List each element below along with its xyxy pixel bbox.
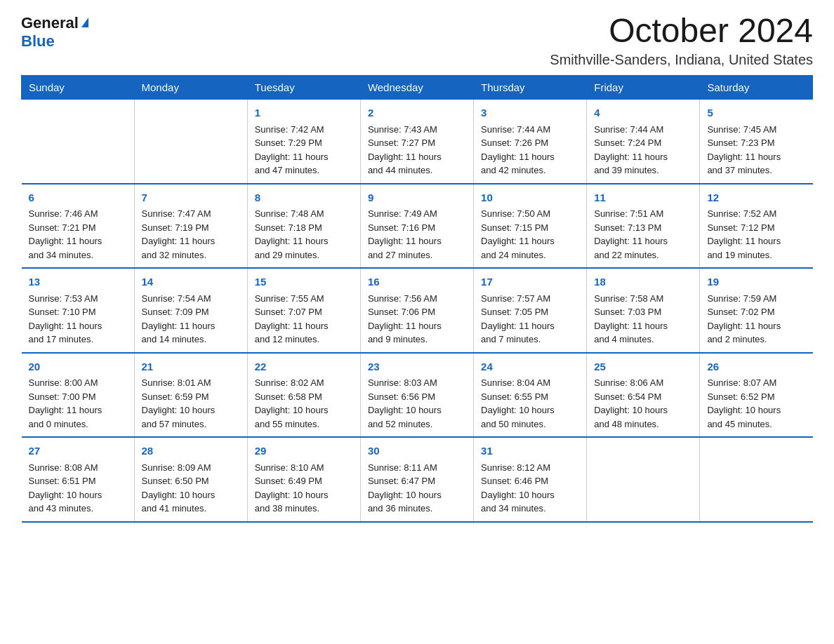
logo-general-text: General bbox=[21, 14, 88, 32]
day-number: 28 bbox=[142, 443, 240, 459]
day-info: Sunrise: 7:49 AM Sunset: 7:16 PM Dayligh… bbox=[368, 207, 466, 262]
day-number: 13 bbox=[29, 274, 127, 290]
day-number: 15 bbox=[255, 274, 353, 290]
day-number: 3 bbox=[481, 105, 579, 121]
calendar-week-5: 27Sunrise: 8:08 AM Sunset: 6:51 PM Dayli… bbox=[22, 437, 813, 522]
calendar-week-1: 1Sunrise: 7:42 AM Sunset: 7:29 PM Daylig… bbox=[22, 100, 813, 184]
day-number: 6 bbox=[29, 190, 127, 206]
day-info: Sunrise: 8:02 AM Sunset: 6:58 PM Dayligh… bbox=[255, 376, 353, 431]
location-text: Smithville-Sanders, Indiana, United Stat… bbox=[550, 52, 813, 68]
calendar-week-4: 20Sunrise: 8:00 AM Sunset: 7:00 PM Dayli… bbox=[22, 353, 813, 438]
day-info: Sunrise: 7:45 AM Sunset: 7:23 PM Dayligh… bbox=[707, 123, 805, 177]
day-number: 30 bbox=[368, 443, 466, 459]
logo: General Blue bbox=[21, 14, 88, 51]
calendar-cell: 28Sunrise: 8:09 AM Sunset: 6:50 PM Dayli… bbox=[134, 437, 247, 522]
day-info: Sunrise: 7:54 AM Sunset: 7:09 PM Dayligh… bbox=[142, 292, 240, 347]
calendar-cell: 7Sunrise: 7:47 AM Sunset: 7:19 PM Daylig… bbox=[134, 184, 247, 269]
day-info: Sunrise: 7:53 AM Sunset: 7:10 PM Dayligh… bbox=[29, 292, 127, 347]
day-info: Sunrise: 7:57 AM Sunset: 7:05 PM Dayligh… bbox=[481, 292, 579, 347]
page-header: General Blue October 2024 Smithville-San… bbox=[21, 14, 813, 68]
calendar-cell: 25Sunrise: 8:06 AM Sunset: 6:54 PM Dayli… bbox=[587, 353, 700, 438]
calendar-cell bbox=[587, 437, 700, 522]
day-info: Sunrise: 7:44 AM Sunset: 7:24 PM Dayligh… bbox=[594, 123, 692, 177]
calendar-cell: 8Sunrise: 7:48 AM Sunset: 7:18 PM Daylig… bbox=[247, 184, 360, 269]
logo-blue-text: Blue bbox=[21, 32, 55, 51]
calendar-cell: 20Sunrise: 8:00 AM Sunset: 7:00 PM Dayli… bbox=[22, 353, 135, 438]
day-number: 21 bbox=[142, 359, 240, 375]
calendar-cell: 16Sunrise: 7:56 AM Sunset: 7:06 PM Dayli… bbox=[360, 268, 473, 353]
day-info: Sunrise: 8:11 AM Sunset: 6:47 PM Dayligh… bbox=[368, 461, 466, 516]
title-area: October 2024 Smithville-Sanders, Indiana… bbox=[550, 14, 813, 68]
calendar-cell bbox=[700, 437, 813, 522]
calendar-cell: 14Sunrise: 7:54 AM Sunset: 7:09 PM Dayli… bbox=[134, 268, 247, 353]
day-info: Sunrise: 8:03 AM Sunset: 6:56 PM Dayligh… bbox=[368, 376, 466, 431]
calendar-cell: 11Sunrise: 7:51 AM Sunset: 7:13 PM Dayli… bbox=[587, 184, 700, 269]
day-number: 29 bbox=[255, 443, 353, 459]
day-number: 12 bbox=[707, 190, 805, 206]
day-number: 11 bbox=[594, 190, 692, 206]
day-number: 22 bbox=[255, 359, 353, 375]
calendar-body: 1Sunrise: 7:42 AM Sunset: 7:29 PM Daylig… bbox=[22, 100, 813, 522]
day-info: Sunrise: 7:43 AM Sunset: 7:27 PM Dayligh… bbox=[368, 123, 466, 177]
day-info: Sunrise: 7:55 AM Sunset: 7:07 PM Dayligh… bbox=[255, 292, 353, 347]
header-cell-thursday: Thursday bbox=[474, 76, 587, 100]
calendar-cell: 21Sunrise: 8:01 AM Sunset: 6:59 PM Dayli… bbox=[134, 353, 247, 438]
day-info: Sunrise: 8:04 AM Sunset: 6:55 PM Dayligh… bbox=[481, 376, 579, 431]
calendar-cell: 19Sunrise: 7:59 AM Sunset: 7:02 PM Dayli… bbox=[700, 268, 813, 353]
day-info: Sunrise: 7:58 AM Sunset: 7:03 PM Dayligh… bbox=[594, 292, 692, 347]
day-info: Sunrise: 7:51 AM Sunset: 7:13 PM Dayligh… bbox=[594, 207, 692, 262]
day-info: Sunrise: 8:00 AM Sunset: 7:00 PM Dayligh… bbox=[29, 376, 127, 431]
day-number: 16 bbox=[368, 274, 466, 290]
header-row: SundayMondayTuesdayWednesdayThursdayFrid… bbox=[22, 76, 813, 100]
day-info: Sunrise: 7:59 AM Sunset: 7:02 PM Dayligh… bbox=[707, 292, 805, 347]
day-number: 14 bbox=[142, 274, 240, 290]
calendar-cell: 10Sunrise: 7:50 AM Sunset: 7:15 PM Dayli… bbox=[474, 184, 587, 269]
day-info: Sunrise: 7:42 AM Sunset: 7:29 PM Dayligh… bbox=[255, 123, 353, 177]
calendar-week-2: 6Sunrise: 7:46 AM Sunset: 7:21 PM Daylig… bbox=[22, 184, 813, 269]
day-info: Sunrise: 7:44 AM Sunset: 7:26 PM Dayligh… bbox=[481, 123, 579, 177]
calendar-cell: 3Sunrise: 7:44 AM Sunset: 7:26 PM Daylig… bbox=[474, 100, 587, 184]
calendar-table: SundayMondayTuesdayWednesdayThursdayFrid… bbox=[21, 75, 813, 523]
calendar-cell: 23Sunrise: 8:03 AM Sunset: 6:56 PM Dayli… bbox=[360, 353, 473, 438]
header-cell-saturday: Saturday bbox=[700, 76, 813, 100]
calendar-cell: 13Sunrise: 7:53 AM Sunset: 7:10 PM Dayli… bbox=[22, 268, 135, 353]
calendar-cell: 30Sunrise: 8:11 AM Sunset: 6:47 PM Dayli… bbox=[360, 437, 473, 522]
day-info: Sunrise: 8:09 AM Sunset: 6:50 PM Dayligh… bbox=[142, 461, 240, 516]
calendar-cell: 1Sunrise: 7:42 AM Sunset: 7:29 PM Daylig… bbox=[247, 100, 360, 184]
day-number: 2 bbox=[368, 105, 466, 121]
day-number: 5 bbox=[707, 105, 805, 121]
logo-triangle-icon bbox=[81, 18, 88, 27]
day-info: Sunrise: 7:48 AM Sunset: 7:18 PM Dayligh… bbox=[255, 207, 353, 262]
calendar-cell: 17Sunrise: 7:57 AM Sunset: 7:05 PM Dayli… bbox=[474, 268, 587, 353]
calendar-cell: 6Sunrise: 7:46 AM Sunset: 7:21 PM Daylig… bbox=[22, 184, 135, 269]
day-info: Sunrise: 8:10 AM Sunset: 6:49 PM Dayligh… bbox=[255, 461, 353, 516]
calendar-cell: 15Sunrise: 7:55 AM Sunset: 7:07 PM Dayli… bbox=[247, 268, 360, 353]
calendar-cell bbox=[22, 100, 135, 184]
day-number: 27 bbox=[29, 443, 127, 459]
day-info: Sunrise: 7:50 AM Sunset: 7:15 PM Dayligh… bbox=[481, 207, 579, 262]
calendar-cell: 29Sunrise: 8:10 AM Sunset: 6:49 PM Dayli… bbox=[247, 437, 360, 522]
day-info: Sunrise: 7:46 AM Sunset: 7:21 PM Dayligh… bbox=[29, 207, 127, 262]
day-number: 31 bbox=[481, 443, 579, 459]
day-number: 19 bbox=[707, 274, 805, 290]
header-cell-sunday: Sunday bbox=[22, 76, 135, 100]
calendar-cell: 18Sunrise: 7:58 AM Sunset: 7:03 PM Dayli… bbox=[587, 268, 700, 353]
header-cell-monday: Monday bbox=[134, 76, 247, 100]
day-number: 20 bbox=[29, 359, 127, 375]
day-number: 18 bbox=[594, 274, 692, 290]
header-cell-friday: Friday bbox=[587, 76, 700, 100]
day-info: Sunrise: 8:01 AM Sunset: 6:59 PM Dayligh… bbox=[142, 376, 240, 431]
day-info: Sunrise: 8:06 AM Sunset: 6:54 PM Dayligh… bbox=[594, 376, 692, 431]
calendar-cell bbox=[134, 100, 247, 184]
calendar-cell: 22Sunrise: 8:02 AM Sunset: 6:58 PM Dayli… bbox=[247, 353, 360, 438]
calendar-cell: 27Sunrise: 8:08 AM Sunset: 6:51 PM Dayli… bbox=[22, 437, 135, 522]
day-number: 1 bbox=[255, 105, 353, 121]
day-number: 24 bbox=[481, 359, 579, 375]
calendar-cell: 5Sunrise: 7:45 AM Sunset: 7:23 PM Daylig… bbox=[700, 100, 813, 184]
day-number: 8 bbox=[255, 190, 353, 206]
calendar-cell: 2Sunrise: 7:43 AM Sunset: 7:27 PM Daylig… bbox=[360, 100, 473, 184]
calendar-week-3: 13Sunrise: 7:53 AM Sunset: 7:10 PM Dayli… bbox=[22, 268, 813, 353]
day-info: Sunrise: 8:07 AM Sunset: 6:52 PM Dayligh… bbox=[707, 376, 805, 431]
calendar-cell: 24Sunrise: 8:04 AM Sunset: 6:55 PM Dayli… bbox=[474, 353, 587, 438]
calendar-cell: 31Sunrise: 8:12 AM Sunset: 6:46 PM Dayli… bbox=[474, 437, 587, 522]
